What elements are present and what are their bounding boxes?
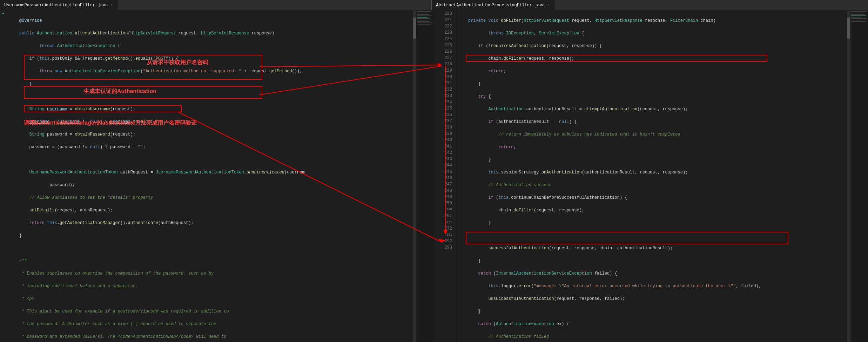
right-line-233: // Authentication success <box>458 182 847 188</box>
tab-right[interactable]: AbstractAuthenticationProcessingFilter.j… <box>431 0 555 10</box>
right-minimap <box>850 11 868 342</box>
right-scrollbar[interactable] <box>847 11 850 342</box>
right-line-238: successfulAuthentication(request, respon… <box>458 245 847 251</box>
code-line-5: throw new AuthenticationServiceException… <box>9 68 413 74</box>
code-line-7 <box>9 93 413 100</box>
right-line-222: if (!requiresAuthentication(request, res… <box>458 43 847 49</box>
code-line-22: * including additional values and a sepa… <box>9 283 413 289</box>
gutter-icon-5 <box>0 36 6 42</box>
right-gutter-icon-1 <box>434 11 440 17</box>
code-line-11: password = (password != null) ? password… <box>9 144 413 150</box>
right-line-236: } <box>458 220 847 226</box>
left-minimap <box>416 11 434 342</box>
right-line-226: try { <box>458 93 847 100</box>
code-line-25: * the password. A delimiter such as a pi… <box>9 321 413 327</box>
right-line-229: // return immediately as subclass has in… <box>458 131 847 138</box>
right-scroll-thumb[interactable] <box>847 18 850 39</box>
code-line-23: * <p> <box>9 296 413 302</box>
right-line-230: return; <box>458 144 847 150</box>
right-line-245: // Authentication failed <box>458 334 847 340</box>
right-line-241: this.logger.error("message: \"An interna… <box>458 283 847 289</box>
gutter-icon-1: ● <box>0 11 6 17</box>
right-line-223: chain.doFilter(request, response); <box>458 55 847 62</box>
editor-container: UsernamePasswordAuthenticationFilter.jav… <box>0 0 868 342</box>
right-line-242: unsuccessfulAuthentication(request, resp… <box>458 296 847 302</box>
code-line-15: // Allow subclasses to set the "details"… <box>9 195 413 201</box>
gutter-icon-4 <box>0 29 6 36</box>
left-code-wrapper: ● 从请求中获取用户名密码 <box>0 11 434 342</box>
code-line-6: } <box>9 81 413 87</box>
right-code-wrapper: 220 221 222 223 224 225 226 227 228 229 … <box>434 11 868 342</box>
code-line-19 <box>9 245 413 251</box>
editors-row: ● 从请求中获取用户名密码 <box>0 11 868 342</box>
right-line-232: this.sessionStrategy.onAuthentication(au… <box>458 169 847 176</box>
code-line-16: setDetails(request, authRequest); <box>9 207 413 213</box>
tab-left[interactable]: UsernamePasswordAuthenticationFilter.jav… <box>0 0 118 10</box>
right-line-235: chain.doFilter(request, response); <box>458 207 847 213</box>
code-line-26: * password and extended value(s). The <c… <box>9 334 413 340</box>
gutter-icon-2 <box>0 17 6 23</box>
right-line-224: return; <box>458 68 847 74</box>
tab-right-close[interactable]: × <box>547 3 550 7</box>
code-line-14: password); <box>9 182 413 188</box>
right-line-239: } <box>458 258 847 264</box>
code-line-13: UsernamePasswordAuthenticationToken auth… <box>9 169 413 176</box>
code-line-3: throws AuthenticationException { <box>9 43 413 49</box>
right-line-221: throws IOException, ServletException { <box>458 30 847 37</box>
left-gutter: ● <box>0 11 6 342</box>
code-line-18: } <box>9 232 413 239</box>
code-line-1: @Override <box>9 18 413 24</box>
code-line-10: String password = obtainPassword(request… <box>9 131 413 138</box>
right-gutter <box>434 11 440 342</box>
tab-left-label: UsernamePasswordAuthenticationFilter.jav… <box>4 3 108 8</box>
tab-left-close[interactable]: × <box>110 3 113 7</box>
code-line-21: * Enables subclasses to override the com… <box>9 270 413 277</box>
right-line-220: private void doFilter(HttpServletRequest… <box>458 18 847 24</box>
gutter-icon-3 <box>0 23 6 29</box>
right-line-228: if (authenticationResult == null) { <box>458 119 847 125</box>
tab-bar: UsernamePasswordAuthenticationFilter.jav… <box>0 0 868 11</box>
left-editor-pane: ● 从请求中获取用户名密码 <box>0 11 434 342</box>
right-line-237 <box>458 232 847 239</box>
code-line-8: String username = obtainUsername(request… <box>9 106 413 112</box>
code-line-20: /** <box>9 258 413 264</box>
right-line-227: Authentication authenticationResult = at… <box>458 106 847 112</box>
left-scroll-thumb[interactable] <box>413 18 416 39</box>
code-line-2: public Authentication attemptAuthenticat… <box>9 30 413 37</box>
right-line-225: } <box>458 81 847 87</box>
gutter-icon-6 <box>0 42 6 48</box>
code-line-12 <box>9 157 413 163</box>
right-line-234: if (this.continueChainBeforeSuccessfulAu… <box>458 195 847 201</box>
right-line-231: } <box>458 157 847 163</box>
right-line-243: } <box>458 308 847 315</box>
right-line-244: catch (AuthenticationException ex) { <box>458 321 847 327</box>
right-line-240: catch (InternalAuthenticationServiceExce… <box>458 270 847 277</box>
code-line-4: if (this.postOnly && !request.getMethod(… <box>9 55 413 62</box>
left-scrollbar[interactable] <box>413 11 416 342</box>
right-line-numbers: 220 221 222 223 224 225 226 227 228 229 … <box>440 11 455 342</box>
right-editor-pane: 220 221 222 223 224 225 226 227 228 229 … <box>434 11 868 342</box>
code-line-17: return this.getAuthenticationManager().a… <box>9 220 413 226</box>
tab-right-label: AbstractAuthenticationProcessingFilter.j… <box>436 3 545 8</box>
code-line-24: * This might be used for example if a po… <box>9 308 413 315</box>
code-line-9: username = (username != null) ? username… <box>9 119 413 125</box>
